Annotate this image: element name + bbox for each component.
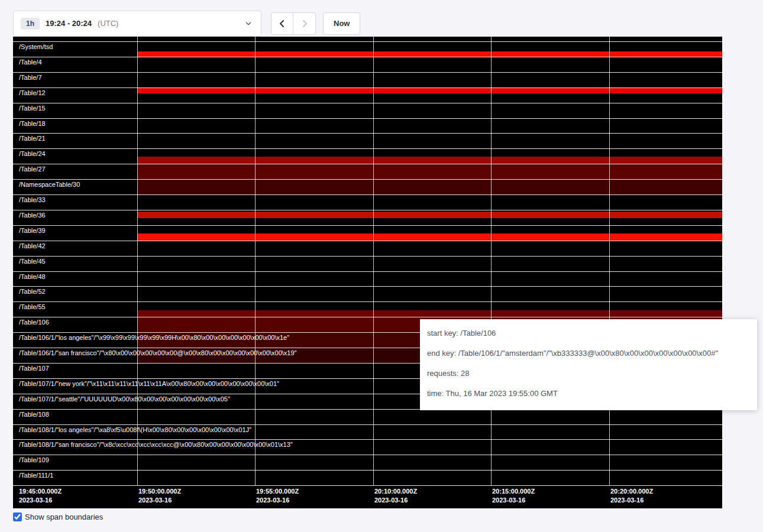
now-button[interactable]: Now <box>323 12 360 35</box>
time-axis-label: 20:10:00.000Z2023-03-16 <box>374 487 417 505</box>
keyvis-axis: 19:45:00.000Z2023-03-1619:50:00.000Z2023… <box>13 37 722 508</box>
chevron-down-icon <box>244 20 253 28</box>
footer: Show span boundaries <box>13 512 103 521</box>
chevron-left-icon <box>277 19 287 28</box>
prev-time-button[interactable] <box>271 12 293 35</box>
time-axis-label: 20:15:00.000Z2023-03-16 <box>492 487 535 505</box>
time-axis-label: 20:20:00.000Z2023-03-16 <box>610 487 653 505</box>
show-span-boundaries-label[interactable]: Show span boundaries <box>25 512 103 521</box>
timezone-label: (UTC) <box>98 19 118 28</box>
keyvis-canvas[interactable]: /System/tsd/Table/4/Table/7/Table/12/Tab… <box>13 37 722 508</box>
time-nav-group <box>271 12 316 35</box>
time-range-selector[interactable]: 1h 19:24 - 20:24 (UTC) <box>13 11 261 37</box>
toolbar: 1h 19:24 - 20:24 (UTC) Now <box>13 10 360 37</box>
duration-badge: 1h <box>21 18 40 30</box>
show-span-boundaries-checkbox[interactable] <box>13 512 22 521</box>
time-axis-label: 19:55:00.000Z2023-03-16 <box>256 487 299 505</box>
time-axis-label: 19:50:00.000Z2023-03-16 <box>138 487 181 505</box>
time-range-label: 19:24 - 20:24 <box>46 19 92 28</box>
chevron-right-icon <box>300 19 309 28</box>
time-axis-label: 19:45:00.000Z2023-03-16 <box>19 487 62 505</box>
next-time-button[interactable] <box>293 12 316 35</box>
